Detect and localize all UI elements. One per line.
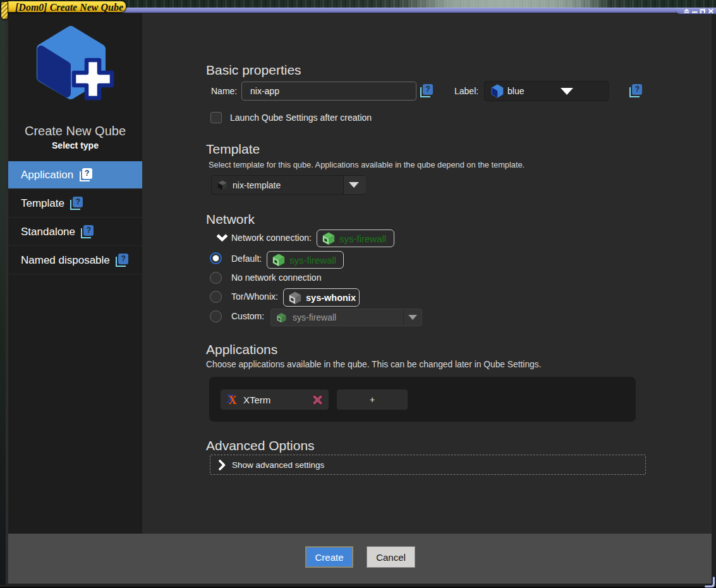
svg-text:X: X [229, 394, 237, 406]
